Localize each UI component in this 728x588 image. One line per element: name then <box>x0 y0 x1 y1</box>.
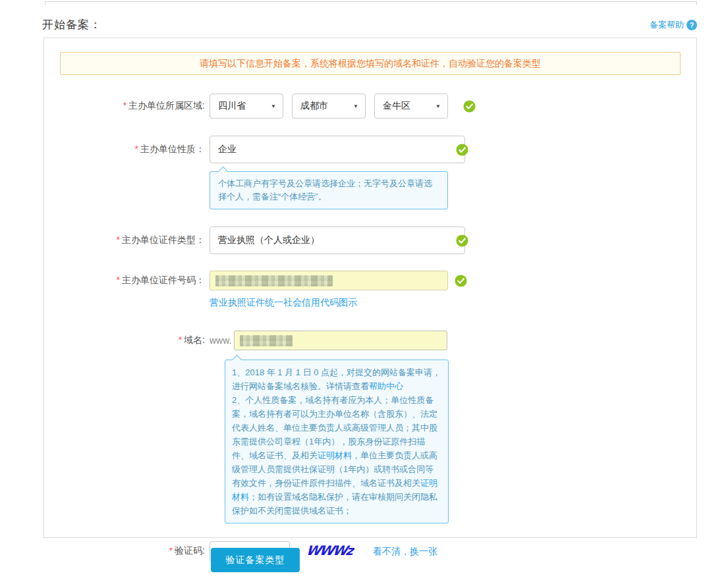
notice-banner: 请填写以下信息开始备案，系统将根据您填写的域名和证件，自动验证您的备案类型 <box>60 52 681 75</box>
redacted-cert-number-value <box>215 275 333 286</box>
region-selects: 四川省 ▼ 成都市 ▼ 金牛区 ▼ <box>210 94 476 119</box>
cert-type-select[interactable]: 营业执照（个人或企业） <box>210 227 465 254</box>
previous-section-border <box>45 1 697 5</box>
required-mark: * <box>179 334 182 345</box>
beian-start-page: 开始备案： 备案帮助 ? 请填写以下信息开始备案，系统将根据您填写的域名和证件，… <box>0 0 728 588</box>
captcha-refresh-link[interactable]: 看不清，换一张 <box>373 541 437 561</box>
required-mark: * <box>123 100 126 111</box>
domain-note-box: 1、2018 年 1 月 1 日 0 点起，对提交的网站备案申请，进行网站备案域… <box>225 360 449 523</box>
www-prefix: www. <box>210 331 231 350</box>
city-select[interactable]: 成都市 ▼ <box>292 94 366 119</box>
proof-material-link[interactable]: 证明材料 <box>318 450 352 460</box>
credit-code-example-link[interactable]: 营业执照证件统一社会信用代码图示 <box>210 297 357 309</box>
cert-type-field: 营业执照（个人或企业） <box>210 227 465 254</box>
region-row: *主办单位所属区域: 四川省 ▼ 成都市 ▼ 金牛区 ▼ <box>44 94 696 119</box>
district-select[interactable]: 金牛区 ▼ <box>374 94 448 119</box>
chevron-down-icon: ▼ <box>353 103 358 109</box>
valid-check-icon <box>463 100 476 113</box>
cert-number-field: 营业执照证件统一社会信用代码图示 <box>210 271 467 309</box>
cert-type-row: *主办单位证件类型： 营业执照（个人或企业） <box>44 227 696 254</box>
redacted-domain-value <box>240 335 293 346</box>
note-text: ；如有设置域名隐私保护，请在审核期间关闭隐私保护如不关闭需提供域名证书； <box>232 492 437 516</box>
required-mark: * <box>169 545 173 556</box>
captcha-row: *验证码: WWWz 看不清，换一张 <box>44 541 696 561</box>
province-select[interactable]: 四川省 ▼ <box>210 94 283 119</box>
captcha-label: *验证码: <box>44 541 205 557</box>
domain-label: *域名: <box>44 331 205 346</box>
org-nature-tooltip: 个体工商户有字号及公章请选择企业；无字号及公章请选择个人，需备注“个体经营”。 <box>210 171 448 209</box>
org-nature-select[interactable]: 企业 <box>210 136 465 163</box>
cert-type-value: 营业执照（个人或企业） <box>218 234 320 246</box>
org-nature-value: 企业 <box>218 144 237 155</box>
valid-check-icon <box>456 144 468 156</box>
captcha-image[interactable]: WWWz <box>300 541 354 561</box>
chevron-down-icon: ▼ <box>271 103 276 109</box>
province-value: 四川省 <box>218 100 246 112</box>
chevron-down-icon: ▼ <box>435 103 441 109</box>
org-nature-row: *主办单位性质： 企业 个体工商户有字号及公章请选择企业；无字号及公章请选择个人… <box>44 136 696 209</box>
org-nature-label: *主办单位性质： <box>44 136 205 155</box>
cert-type-label: *主办单位证件类型： <box>44 227 205 246</box>
beian-help-link[interactable]: 备案帮助 ? <box>650 19 697 31</box>
note-text: 1、2018 年 1 月 1 日 0 点起，对提交的网站备案申请，进行网站备案域… <box>232 367 441 391</box>
domain-input[interactable] <box>234 331 447 350</box>
required-mark: * <box>117 234 120 245</box>
form-panel: 请填写以下信息开始备案，系统将根据您填写的域名和证件，自动验证您的备案类型 *主… <box>43 38 697 538</box>
valid-check-icon <box>456 234 468 247</box>
verify-beian-type-button[interactable]: 验证备案类型 <box>211 548 300 572</box>
cert-number-input[interactable] <box>210 271 448 290</box>
beian-help-label: 备案帮助 <box>650 19 684 31</box>
page-title: 开始备案： <box>42 17 101 32</box>
svg-text:WWWz: WWWz <box>304 543 354 558</box>
district-value: 金牛区 <box>383 100 410 112</box>
valid-check-icon <box>455 275 467 287</box>
help-center-link[interactable]: 帮助中心 <box>369 381 403 391</box>
required-mark: * <box>117 275 120 285</box>
domain-row: *域名: www. 1、2018 年 1 月 1 日 0 点起，对提交的网站备案… <box>44 331 696 523</box>
org-nature-field: 企业 个体工商户有字号及公章请选择企业；无字号及公章请选择个人，需备注“个体经营… <box>210 136 465 209</box>
help-question-icon[interactable]: ? <box>686 20 697 30</box>
cert-number-label: *主办单位证件号码： <box>44 271 205 286</box>
cert-number-row: *主办单位证件号码： 营业执照证件统一社会信用代码图示 <box>44 271 696 309</box>
city-value: 成都市 <box>300 100 328 112</box>
required-mark: * <box>135 144 138 154</box>
region-label: *主办单位所属区域: <box>44 94 205 112</box>
domain-field: www. 1、2018 年 1 月 1 日 0 点起，对提交的网站备案申请，进行… <box>210 331 449 523</box>
